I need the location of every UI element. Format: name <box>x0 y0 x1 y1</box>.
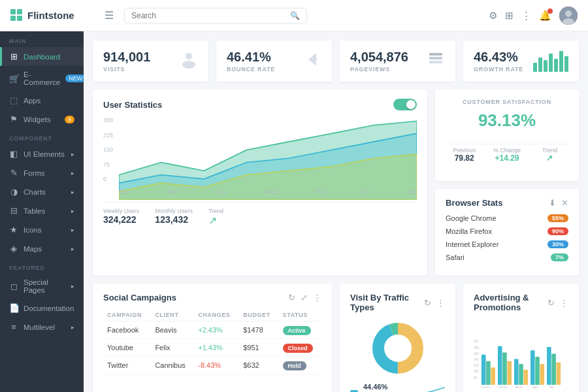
previous-stat: Previous 79.82 <box>446 147 483 163</box>
sidebar-item-multilevel[interactable]: ≡ Multilevel ▸ <box>0 318 84 336</box>
campaigns-card: Social Campaigns ↻ ⤢ ⋮ CAMPAIGN CLIENT <box>93 284 332 392</box>
advertising-card: Advertising & Promotions ↻ ⋮ 200 180 160… <box>463 284 579 392</box>
menu-icon[interactable]: ⋮ <box>313 293 321 302</box>
refresh-icon[interactable]: ↻ <box>288 293 295 302</box>
svg-text:February: February <box>497 385 508 389</box>
sidebar-item-documentation[interactable]: 📄 Documentation <box>0 299 84 318</box>
stat-card-growth-rate: 46.43% GROWTH RATE <box>463 41 579 82</box>
campaigns-actions: ↻ ⤢ ⋮ <box>288 293 321 302</box>
sidebar-label-charts: Charts <box>24 188 66 196</box>
sidebar-item-maps[interactable]: ◈ Maps ▸ <box>0 239 84 258</box>
app-logo: Flintstone <box>10 9 94 22</box>
svg-text:140: 140 <box>474 358 479 361</box>
user-stats-toggle[interactable] <box>393 99 417 110</box>
sidebar-item-ecommerce[interactable]: 🛒 E-Commerce NEW <box>0 66 84 91</box>
sidebar-item-widgets[interactable]: ⚑ Widgets 8 <box>0 110 84 129</box>
browser-item-ie: Internet Explorer 30% <box>446 240 568 248</box>
change-value: +14.29 <box>488 154 525 163</box>
x-label-sun: Sun <box>119 189 129 195</box>
svg-text:May: May <box>549 385 554 389</box>
download-icon[interactable]: ⬇ <box>549 198 556 208</box>
search-input[interactable] <box>131 11 286 20</box>
trend-sat-stat: Trend ↗ <box>531 147 568 163</box>
gear-icon[interactable]: ⚙ <box>489 10 497 22</box>
bounce-rate-value: 46.41% <box>227 50 275 65</box>
svg-rect-13 <box>429 53 442 56</box>
browser-stats-header: Browser Stats ⬇ ✕ <box>446 198 568 208</box>
user-stats-card: User Statistics 300 225 150 75 0 <box>93 90 427 276</box>
bar-3 <box>544 60 547 72</box>
menu-traffic-icon[interactable]: ⋮ <box>436 298 445 308</box>
documentation-icon: 📄 <box>9 303 18 313</box>
campaigns-table-wrapper: CAMPAIGN CLIENT CHANGES BUDGET STATUS Fa… <box>103 309 321 374</box>
sidebar-item-tables[interactable]: ⊟ Tables ▸ <box>0 201 84 220</box>
sidebar-label-icons: Icons <box>24 226 66 234</box>
bell-icon[interactable]: 🔔 <box>539 10 551 22</box>
hamburger-icon[interactable]: ☰ <box>105 9 114 22</box>
chrome-badge: 55% <box>547 214 568 222</box>
trend-sat-value: ↗ <box>531 154 568 163</box>
stat-card-bounce-rate: 46.41% BOUNCE RATE <box>216 41 332 82</box>
firefox-badge: 90% <box>547 227 568 235</box>
chrome-name: Google Chrome <box>446 214 542 222</box>
browser-stats-card: Browser Stats ⬇ ✕ Google Chrome 55% Mozi… <box>435 189 579 276</box>
ellipsis-icon[interactable]: ⋮ <box>521 10 531 22</box>
menu-adv-icon[interactable]: ⋮ <box>560 298 568 308</box>
traffic-title: Visit By Traffic Types <box>350 293 424 312</box>
traffic-actions: ↻ ⋮ <box>424 298 445 308</box>
y-label-300: 300 <box>103 117 113 123</box>
ecommerce-badge: NEW <box>65 74 84 82</box>
svg-rect-24 <box>482 355 486 385</box>
table-row: Youtube Felix +1.43% $951 Closed <box>103 339 321 357</box>
growth-mini-chart <box>533 51 568 72</box>
donut-hole <box>385 335 411 361</box>
safari-name: Safari <box>446 253 546 261</box>
traffic-header: Visit By Traffic Types ↻ ⋮ <box>350 293 445 312</box>
campaign-client-tw: Cannibus <box>151 357 194 374</box>
svg-rect-2 <box>10 16 16 21</box>
user-avatar[interactable] <box>559 7 578 25</box>
dashboard-icon: ⊞ <box>9 52 18 61</box>
status-badge-yt: Closed <box>283 344 313 353</box>
campaigns-header: Social Campaigns ↻ ⤢ ⋮ <box>103 293 321 302</box>
sidebar-label-ecommerce: E-Commerce <box>24 71 60 86</box>
table-row: Twitter Cannibus -8.43% $632 Hold <box>103 357 321 374</box>
x-label-fri: Fri <box>363 189 370 195</box>
maps-icon: ◈ <box>9 244 18 253</box>
search-bar[interactable]: 🔍 <box>124 8 307 24</box>
close-icon[interactable]: ✕ <box>561 198 568 208</box>
sidebar-item-icons[interactable]: ★ Icons ▸ <box>0 220 84 239</box>
grid-icon[interactable]: ⊞ <box>505 10 514 22</box>
svg-rect-3 <box>17 16 22 21</box>
safari-badge: 7% <box>551 253 568 261</box>
svg-text:January: January <box>481 385 490 389</box>
svg-text:April: April <box>532 385 538 389</box>
bottom-row: Social Campaigns ↻ ⤢ ⋮ CAMPAIGN CLIENT <box>93 284 579 392</box>
icons-icon: ★ <box>9 225 18 235</box>
campaign-budget-yt: $951 <box>239 339 278 357</box>
sidebar-item-dashboard[interactable]: ⊞ Dashboard <box>0 47 84 66</box>
ecommerce-icon: 🛒 <box>9 74 18 84</box>
sidebar-label-ui-elements: UI Elements <box>24 150 66 158</box>
tables-icon: ⊟ <box>9 206 18 216</box>
refresh-traffic-icon[interactable]: ↻ <box>424 298 431 308</box>
chevron-icon-maps: ▸ <box>71 246 74 252</box>
ie-name: Internet Explorer <box>446 240 542 248</box>
sidebar-item-ui-elements[interactable]: ◧ UI Elements ▸ <box>0 144 84 163</box>
satisfaction-stats: Previous 79.82 % Change +14.29 Trend ↗ <box>446 147 568 163</box>
layers-icon <box>427 50 445 73</box>
sidebar-item-apps[interactable]: ⬚ Apps <box>0 91 84 110</box>
sidebar-item-charts[interactable]: ◑ Charts ▸ <box>0 182 84 201</box>
donut-chart-container <box>350 319 445 378</box>
area-chart-svg <box>119 117 417 200</box>
weekly-label: Weekly Users <box>103 208 139 214</box>
sidebar-section-component: COMPONENT <box>0 129 84 144</box>
browser-card-actions: ⬇ ✕ <box>549 198 568 208</box>
pageviews-value: 4,054,876 <box>350 50 408 65</box>
sidebar-item-special-pages[interactable]: ◻ Special Pages ▸ <box>0 274 84 299</box>
ie-badge: 30% <box>547 240 568 248</box>
refresh-adv-icon[interactable]: ↻ <box>547 298 555 308</box>
sidebar-item-forms[interactable]: ✎ Forms ▸ <box>0 163 84 182</box>
expand-icon[interactable]: ⤢ <box>301 293 308 302</box>
campaign-status-tw: Hold <box>279 357 321 374</box>
